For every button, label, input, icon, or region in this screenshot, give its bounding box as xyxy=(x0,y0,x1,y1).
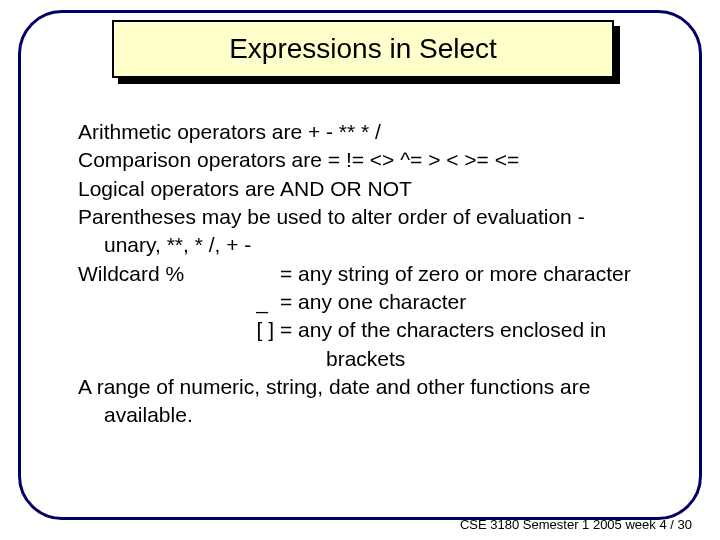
slide: Expressions in Select Arithmetic operato… xyxy=(0,0,720,540)
footer-term: Semester 1 2005 xyxy=(523,517,622,532)
text-parentheses-cont: unary, **, * /, + - xyxy=(78,231,652,259)
text-parentheses: Parentheses may be used to alter order o… xyxy=(78,203,652,231)
footer-sep: / xyxy=(670,517,677,532)
wildcard-brackets-desc: = any of the characters enclosed in xyxy=(280,316,652,344)
footer-page: 30 xyxy=(678,517,692,532)
footer-course: CSE 3180 xyxy=(460,517,519,532)
text-wildcard-underscore: _ = any one character xyxy=(78,288,652,316)
title-box: Expressions in Select xyxy=(112,20,614,78)
wildcard-underscore-desc: = any one character xyxy=(280,288,652,316)
text-wildcard-brackets: [ ] = any of the characters enclosed in xyxy=(78,316,652,344)
wildcard-brackets-label: [ ] xyxy=(78,316,280,344)
text-arithmetic-operators: Arithmetic operators are + - ** * / xyxy=(78,118,652,146)
slide-body: Arithmetic operators are + - ** * / Comp… xyxy=(78,118,652,430)
slide-title: Expressions in Select xyxy=(229,33,497,65)
slide-footer: CSE 3180 Semester 1 2005 week 4 / 30 xyxy=(460,517,692,532)
wildcard-brackets-desc-cont: brackets xyxy=(78,345,652,373)
footer-week: week 4 xyxy=(625,517,666,532)
wildcard-underscore-label: _ xyxy=(78,288,280,316)
wildcard-percent-desc: = any string of zero or more character xyxy=(280,260,652,288)
wildcard-percent-label: Wildcard % xyxy=(78,260,280,288)
text-wildcard-percent: Wildcard % = any string of zero or more … xyxy=(78,260,652,288)
text-range-functions-cont: available. xyxy=(78,401,652,429)
text-logical-operators: Logical operators are AND OR NOT xyxy=(78,175,652,203)
text-range-functions: A range of numeric, string, date and oth… xyxy=(78,373,652,401)
text-comparison-operators: Comparison operators are = != <> ^= > < … xyxy=(78,146,652,174)
